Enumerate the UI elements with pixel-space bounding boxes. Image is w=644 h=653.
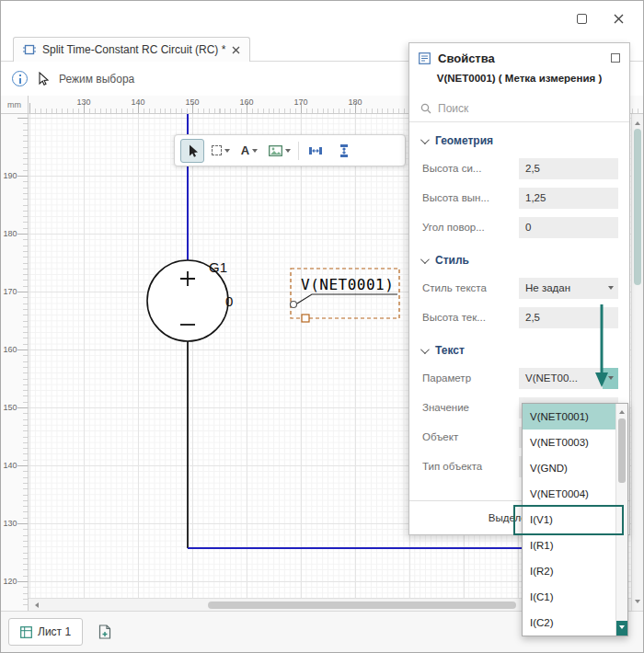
probe-label[interactable]: V(NET0001) xyxy=(301,276,394,293)
source-value[interactable]: 0 xyxy=(225,293,233,309)
document-tab[interactable]: Split Time-Constant RC Circuit (RC) * xyxy=(13,37,250,62)
ruler-label: 120 xyxy=(3,577,17,586)
property-row: Высота вын... 1,25 xyxy=(409,183,629,212)
horizontal-scroll-thumb[interactable] xyxy=(208,601,516,609)
select-value: V(NET00... xyxy=(519,372,603,384)
text-tool-button[interactable]: A xyxy=(237,139,261,163)
property-label: Стиль текста xyxy=(422,282,514,293)
dropdown-item[interactable]: V(NET0004) xyxy=(523,481,615,507)
image-tool-button[interactable] xyxy=(266,139,293,163)
chevron-down-icon xyxy=(285,149,291,155)
marquee-icon xyxy=(212,145,222,155)
probe-leader-line xyxy=(297,294,397,304)
dropdown-scroll-down-button[interactable] xyxy=(616,621,627,636)
section-style[interactable]: Стиль xyxy=(409,247,629,273)
chevron-down-icon xyxy=(420,135,430,144)
maximize-icon xyxy=(577,14,587,24)
ruler-unit: mm xyxy=(1,96,29,114)
selection-handle[interactable] xyxy=(302,315,309,322)
select-chevron-box[interactable] xyxy=(603,278,618,299)
property-label: Значение xyxy=(422,402,514,413)
search-placeholder: Поиск xyxy=(438,102,468,115)
dropdown-item[interactable]: I(R2) xyxy=(523,558,615,584)
dropdown-item[interactable]: I(C1) xyxy=(523,584,615,610)
properties-icon xyxy=(419,52,431,64)
title-bar xyxy=(1,1,643,36)
close-button[interactable] xyxy=(603,6,634,30)
ruler-label: 190 xyxy=(3,171,17,180)
property-value-input[interactable]: 1,25 xyxy=(519,188,618,209)
select-value: Не задан xyxy=(519,282,603,293)
panel-title: Свойства xyxy=(438,52,604,65)
add-sheet-button[interactable] xyxy=(92,619,118,645)
property-row: Угол повор... 0 xyxy=(409,212,629,242)
property-value-input[interactable]: 2,5 xyxy=(519,158,618,179)
sheet-tab[interactable]: Лист 1 xyxy=(8,618,83,646)
ruler-label: 170 xyxy=(3,287,17,296)
scroll-down-icon xyxy=(619,625,625,632)
search-icon xyxy=(420,103,431,114)
property-label: Высота тек... xyxy=(422,312,514,323)
distribute-horizontal-button[interactable] xyxy=(304,139,328,163)
cursor-mode-icon xyxy=(37,72,50,86)
ruler-label: 180 xyxy=(348,97,362,107)
dropdown-item[interactable]: I(R1) xyxy=(523,533,615,558)
dropdown-item[interactable]: I(C2) xyxy=(523,610,615,636)
chevron-down-icon xyxy=(420,255,430,264)
dropdown-item[interactable]: V(GND) xyxy=(523,455,615,481)
distribute-vertical-icon xyxy=(337,143,351,158)
chevron-down-icon xyxy=(608,286,614,292)
annotation-highlight-box xyxy=(513,505,624,535)
add-sheet-icon xyxy=(98,624,112,639)
maximize-button[interactable] xyxy=(566,6,597,30)
distribute-vertical-button[interactable] xyxy=(332,139,356,163)
schematic-icon xyxy=(23,44,36,55)
scroll-up-icon[interactable] xyxy=(635,119,640,125)
ruler-label: 150 xyxy=(3,403,17,412)
vertical-ruler: 190 180 170 160 150 140 130 120 xyxy=(1,114,29,611)
sheet-icon xyxy=(20,626,32,638)
ruler-label: 140 xyxy=(131,97,144,107)
section-label: Текст xyxy=(435,344,465,357)
sheet-tab-label: Лист 1 xyxy=(38,625,71,638)
select-tool-button[interactable] xyxy=(180,139,204,163)
property-label: Тип объекта xyxy=(422,461,514,472)
property-row: Высота си... 2,5 xyxy=(409,154,629,183)
property-label: Высота си... xyxy=(422,163,514,174)
scroll-left-icon[interactable] xyxy=(32,602,39,608)
property-value-input[interactable]: 0 xyxy=(519,217,618,238)
ruler-label: 160 xyxy=(3,345,17,354)
text-style-select[interactable]: Не задан xyxy=(519,278,618,299)
mode-label: Режим выбора xyxy=(59,73,134,86)
text-tool-icon: A xyxy=(241,143,249,157)
search-box[interactable]: Поиск xyxy=(409,95,629,122)
section-geometry[interactable]: Геометрия xyxy=(409,128,629,154)
toolbar-divider xyxy=(298,142,299,160)
tab-close-icon[interactable] xyxy=(232,46,240,54)
dropdown-item[interactable]: V(NET0001) xyxy=(523,404,615,430)
source-designator[interactable]: G1 xyxy=(209,259,227,275)
panel-header: Свойства xyxy=(409,43,629,73)
undock-icon[interactable] xyxy=(611,53,620,63)
vertical-scrollbar[interactable] xyxy=(631,114,643,611)
section-label: Стиль xyxy=(435,254,469,267)
vertical-scroll-thumb[interactable] xyxy=(634,129,641,285)
info-icon[interactable] xyxy=(12,71,28,86)
ruler-label: 130 xyxy=(3,519,17,528)
dropdown-scroll-up-button[interactable] xyxy=(616,404,627,417)
image-icon xyxy=(269,145,282,156)
dropdown-item[interactable]: V(NET0003) xyxy=(523,430,615,455)
ruler-label: 170 xyxy=(293,97,307,107)
marquee-tool-button[interactable] xyxy=(209,139,233,163)
dropdown-scroll-thumb[interactable] xyxy=(618,418,626,483)
scroll-down-icon[interactable] xyxy=(635,600,640,606)
section-label: Геометрия xyxy=(435,134,493,147)
object-title: V(NET0001) ( Метка измерения ) xyxy=(409,73,629,95)
close-icon xyxy=(614,14,624,24)
property-label: Высота вын... xyxy=(422,192,514,203)
ruler-label: 180 xyxy=(3,229,17,238)
chevron-down-icon xyxy=(420,345,430,354)
property-label: Параметр xyxy=(422,372,514,384)
distribute-horizontal-icon xyxy=(308,143,323,158)
probe-anchor-point[interactable] xyxy=(291,302,297,308)
